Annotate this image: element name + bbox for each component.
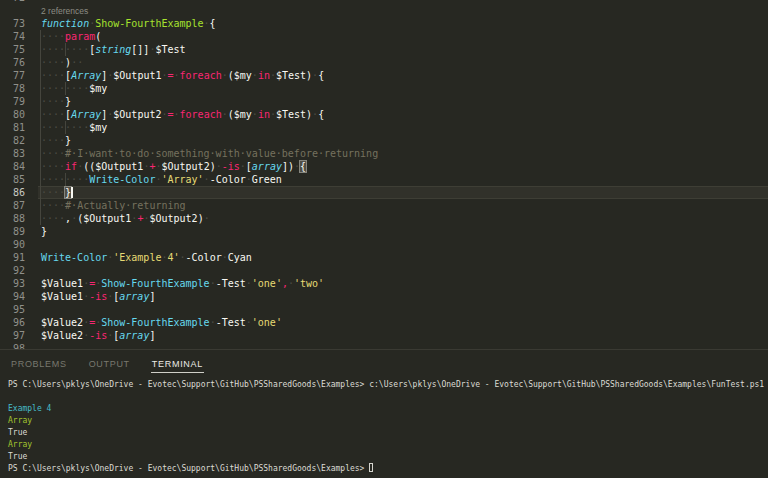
code-line: 86····} xyxy=(0,186,768,199)
line-number[interactable]: 77 xyxy=(0,69,25,82)
line-number[interactable]: 97 xyxy=(0,329,25,342)
line-number[interactable]: 81 xyxy=(0,121,25,134)
code-line-content[interactable]: ····if·(($Output1·+·$Output2)·-is·[array… xyxy=(38,160,768,173)
vscode-window: 722 references73function·Show-FourthExam… xyxy=(0,0,768,478)
code-line-content[interactable]: ········[string[]]·$Test xyxy=(38,43,768,56)
code-line: 94$Value1·-is·[array] xyxy=(0,290,768,303)
code-line: 81········$my xyxy=(0,121,768,134)
line-number[interactable]: 76 xyxy=(0,56,25,69)
code-line: 91Write-Color·'Example·4'·-Color·Cyan xyxy=(0,251,768,264)
code-line: 76····)·· xyxy=(0,56,768,69)
code-line-content[interactable]: ····[Array]·$Output2·=·foreach·($my·in·$… xyxy=(38,108,768,121)
line-number[interactable]: 87 xyxy=(0,199,25,212)
code-line: 87····#·Actually·returning xyxy=(0,199,768,212)
line-number[interactable]: 92 xyxy=(0,264,25,277)
terminal-line: Array xyxy=(8,415,768,427)
terminal-line: Array xyxy=(8,439,768,451)
line-number[interactable]: 72 xyxy=(0,0,25,4)
indent-guide xyxy=(40,30,41,225)
terminal-line: Example 4 xyxy=(8,403,768,415)
code-line: 95 xyxy=(0,303,768,316)
line-number[interactable]: 83 xyxy=(0,147,25,160)
code-line: 89} xyxy=(0,225,768,238)
line-number[interactable]: 94 xyxy=(0,290,25,303)
indent-guide xyxy=(65,121,66,134)
code-line: 80····[Array]·$Output2·=·foreach·($my·in… xyxy=(0,108,768,121)
code-line: 93$Value1·=·Show-FourthExample·-Test·'on… xyxy=(0,277,768,290)
line-number[interactable]: 84 xyxy=(0,160,25,173)
line-number[interactable]: 85 xyxy=(0,173,25,186)
line-number[interactable]: 86 xyxy=(0,186,25,199)
line-number[interactable]: 75 xyxy=(0,43,25,56)
terminal-cursor xyxy=(369,463,373,472)
line-number[interactable]: 89 xyxy=(0,225,25,238)
terminal-line: True xyxy=(8,427,768,439)
code-line-content[interactable]: } xyxy=(38,225,768,238)
indent-guide xyxy=(65,173,66,186)
line-number[interactable]: 78 xyxy=(0,82,25,95)
code-line-content[interactable] xyxy=(38,342,768,349)
line-number[interactable]: 96 xyxy=(0,316,25,329)
code-line-content[interactable]: ····,·($Output1·+·$Output2)· xyxy=(38,212,768,225)
code-line-content[interactable] xyxy=(38,303,768,316)
line-number[interactable]: 74 xyxy=(0,30,25,43)
code-line: 92 xyxy=(0,264,768,277)
code-line-content[interactable]: $Value1·=·Show-FourthExample·-Test·'one'… xyxy=(38,277,768,290)
code-line-content[interactable]: ········$my xyxy=(38,82,768,95)
code-line-content[interactable] xyxy=(38,264,768,277)
code-line: 88····,·($Output1·+·$Output2)· xyxy=(0,212,768,225)
code-line: 75········[string[]]·$Test xyxy=(0,43,768,56)
code-area: 722 references73function·Show-FourthExam… xyxy=(0,0,768,349)
terminal-line: PS C:\Users\pklys\OneDrive - Evotec\Supp… xyxy=(8,463,768,475)
code-line-content[interactable]: ····param( xyxy=(38,30,768,43)
code-line-content[interactable]: ····#·I·want·to·do·something·with·value·… xyxy=(38,147,768,160)
line-number[interactable]: 93 xyxy=(0,277,25,290)
indent-guide xyxy=(65,43,66,56)
code-line: 73function·Show-FourthExample·{ xyxy=(0,17,768,30)
code-line-content[interactable]: Write-Color·'Example·4'·-Color·Cyan xyxy=(38,251,768,264)
line-number[interactable]: 79 xyxy=(0,95,25,108)
terminal-line xyxy=(8,391,768,403)
code-line: 82····} xyxy=(0,134,768,147)
code-line-content[interactable]: function·Show-FourthExample·{ xyxy=(38,17,768,30)
codelens-references[interactable]: 2 references xyxy=(0,4,768,17)
line-number[interactable]: 95 xyxy=(0,303,25,316)
code-line-content[interactable]: ····} xyxy=(38,95,768,108)
code-line-content[interactable]: ····[Array]·$Output1·=·foreach·($my·in·$… xyxy=(38,69,768,82)
code-line: 78········$my xyxy=(0,82,768,95)
code-line: 84····if·(($Output1·+·$Output2)·-is·[arr… xyxy=(0,160,768,173)
indent-guide xyxy=(65,82,66,95)
line-number[interactable]: 98 xyxy=(0,342,25,349)
code-line: 74····param( xyxy=(0,30,768,43)
terminal[interactable]: PS C:\Users\pklys\OneDrive - Evotec\Supp… xyxy=(0,376,768,475)
code-line-content[interactable]: $Value2·=·Show-FourthExample·-Test·'one' xyxy=(38,316,768,329)
code-line: 83····#·I·want·to·do·something·with·valu… xyxy=(0,147,768,160)
line-number[interactable]: 73 xyxy=(0,17,25,30)
editor-cursor xyxy=(71,187,73,198)
code-line: 97$Value2·-is·[array] xyxy=(0,329,768,342)
code-line-content[interactable]: $Value1·-is·[array] xyxy=(38,290,768,303)
line-number[interactable]: 88 xyxy=(0,212,25,225)
code-line-content[interactable]: ········Write-Color·'Array'·-Color·Green xyxy=(38,173,768,186)
line-number[interactable]: 80 xyxy=(0,108,25,121)
code-line-content[interactable]: ········$my xyxy=(38,121,768,134)
code-line-content[interactable]: ····#·Actually·returning xyxy=(38,199,768,212)
code-line-content[interactable]: $Value2·-is·[array] xyxy=(38,329,768,342)
line-number[interactable]: 91 xyxy=(0,251,25,264)
code-line: 98 xyxy=(0,342,768,349)
code-line-content[interactable] xyxy=(38,0,768,4)
tab-output[interactable]: OUTPUT xyxy=(88,354,131,372)
code-line: 90 xyxy=(0,238,768,251)
code-line: 72 xyxy=(0,0,768,4)
terminal-line: True xyxy=(8,451,768,463)
code-line-content[interactable] xyxy=(38,238,768,251)
code-editor[interactable]: 722 references73function·Show-FourthExam… xyxy=(0,0,768,349)
line-number[interactable]: 82 xyxy=(0,134,25,147)
line-number[interactable]: 90 xyxy=(0,238,25,251)
terminal-line: PS C:\Users\pklys\OneDrive - Evotec\Supp… xyxy=(8,379,768,391)
tab-problems[interactable]: PROBLEMS xyxy=(10,354,68,372)
code-line-content[interactable]: ····} xyxy=(38,134,768,147)
code-line-content[interactable]: ····)·· xyxy=(38,56,768,69)
tab-terminal[interactable]: TERMINAL xyxy=(151,354,204,373)
code-line-content[interactable]: ····} xyxy=(38,186,768,199)
